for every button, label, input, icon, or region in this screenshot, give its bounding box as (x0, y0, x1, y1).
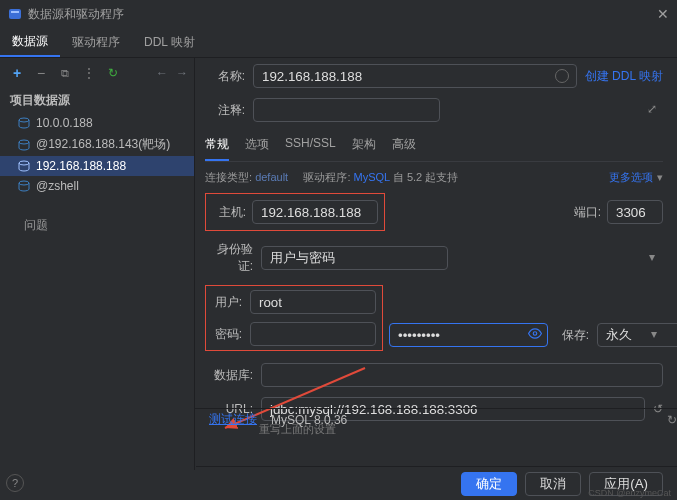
database-icon (18, 139, 30, 151)
sidebar: + − ⧉ ⋮ ↻ ← → 项目数据源 10.0.0.188 @192.168.… (0, 58, 195, 470)
database-icon (18, 117, 30, 129)
create-ddl-link[interactable]: 创建 DDL 映射 (585, 68, 663, 85)
ds-item-label: @192.168.188.143(靶场) (36, 136, 170, 153)
ds-item-selected[interactable]: 192.168.188.188 (0, 156, 194, 176)
chevron-down-icon: ▾ (649, 250, 655, 264)
watermark: CSDN @enzymeCat (588, 488, 671, 498)
chevron-down-icon: ▾ (657, 171, 663, 183)
color-circle-icon[interactable] (555, 69, 569, 83)
comment-input[interactable] (253, 98, 440, 122)
subtab-advanced[interactable]: 高级 (392, 132, 416, 161)
database-icon (18, 160, 30, 172)
conn-type-value[interactable]: default (255, 171, 288, 183)
save-select[interactable] (597, 323, 677, 347)
database-label: 数据库: (205, 367, 253, 384)
port-label: 端口: (574, 204, 601, 221)
user-input[interactable] (250, 290, 376, 314)
svg-rect-0 (9, 9, 21, 19)
ds-item-label: 192.168.188.188 (36, 159, 126, 173)
tab-datasource[interactable]: 数据源 (0, 28, 60, 57)
app-icon (8, 7, 22, 21)
conn-type-label: 连接类型: (205, 171, 252, 183)
nav-back-icon[interactable]: ← (156, 66, 168, 80)
driver-version: 自 5.2 起支持 (393, 171, 458, 183)
svg-point-2 (19, 118, 29, 122)
top-tabs: 数据源 驱动程序 DDL 映射 (0, 28, 677, 58)
user-label: 用户: (208, 294, 242, 311)
ds-item-label: 10.0.0.188 (36, 116, 93, 130)
svg-point-4 (19, 161, 29, 165)
help-icon[interactable]: ? (6, 474, 24, 492)
close-icon[interactable]: ✕ (657, 6, 669, 22)
tab-ddl[interactable]: DDL 映射 (132, 28, 207, 57)
svg-point-5 (19, 181, 29, 185)
ds-item[interactable]: @zshell (0, 176, 194, 196)
name-input[interactable] (253, 64, 577, 88)
details-pane: 名称: 创建 DDL 映射 注释: ⤢ 常规 选项 SSH/SSL 架构 高级 … (195, 58, 677, 470)
sidebar-problems[interactable]: 问题 (0, 214, 194, 237)
window-title: 数据源和驱动程序 (28, 6, 124, 23)
more-options-link[interactable]: 更多选项▾ (609, 170, 663, 185)
host-label: 主机: (212, 204, 246, 221)
subtab-general[interactable]: 常规 (205, 132, 229, 161)
database-icon (18, 180, 30, 192)
meta-line: 连接类型: default 驱动程序: MySQL 自 5.2 起支持 更多选项… (205, 170, 663, 185)
driver-info: MySQL 8.0.36 (271, 413, 347, 427)
copy-icon[interactable]: ⧉ (58, 66, 72, 80)
ds-item[interactable]: 10.0.0.188 (0, 113, 194, 133)
expand-icon[interactable]: ⤢ (647, 102, 657, 116)
add-icon[interactable]: + (10, 66, 24, 80)
remove-icon[interactable]: − (34, 66, 48, 80)
auth-select[interactable] (261, 246, 448, 270)
auth-label: 身份验证: (205, 241, 253, 275)
nav-fwd-icon[interactable]: → (176, 66, 188, 80)
chevron-down-icon: ▾ (651, 327, 657, 341)
subtabs: 常规 选项 SSH/SSL 架构 高级 (205, 132, 663, 162)
ds-item[interactable]: @192.168.188.143(靶场) (0, 133, 194, 156)
svg-point-6 (533, 332, 537, 336)
name-label: 名称: (205, 68, 245, 85)
eye-icon[interactable] (528, 327, 542, 344)
port-input[interactable] (607, 200, 663, 224)
section-project-ds: 项目数据源 (0, 86, 194, 113)
test-connection-link[interactable]: 测试连接 (209, 411, 257, 428)
svg-rect-1 (11, 11, 19, 13)
driver-label: 驱动程序: (303, 171, 350, 183)
sidebar-toolbar: + − ⧉ ⋮ ↻ ← → (0, 62, 194, 86)
refresh-driver-icon[interactable]: ↻ (667, 413, 677, 427)
host-input[interactable] (252, 200, 378, 224)
database-input[interactable] (261, 363, 663, 387)
comment-label: 注释: (205, 102, 245, 119)
subtab-options[interactable]: 选项 (245, 132, 269, 161)
password-input-short (250, 322, 376, 346)
save-label: 保存: (562, 327, 589, 344)
refresh-icon[interactable]: ↻ (106, 66, 120, 80)
password-label: 密码: (208, 326, 242, 343)
more-icon[interactable]: ⋮ (82, 66, 96, 80)
title-bar: 数据源和驱动程序 ✕ (0, 0, 677, 28)
cancel-button[interactable]: 取消 (525, 472, 581, 496)
tab-drivers[interactable]: 驱动程序 (60, 28, 132, 57)
subtab-schema[interactable]: 架构 (352, 132, 376, 161)
ok-button[interactable]: 确定 (461, 472, 517, 496)
password-input[interactable] (389, 323, 548, 347)
driver-link[interactable]: MySQL (354, 171, 390, 183)
test-row: 测试连接 MySQL 8.0.36 ↻ (195, 408, 677, 436)
svg-point-3 (19, 140, 29, 144)
ds-item-label: @zshell (36, 179, 79, 193)
subtab-ssh[interactable]: SSH/SSL (285, 132, 336, 161)
